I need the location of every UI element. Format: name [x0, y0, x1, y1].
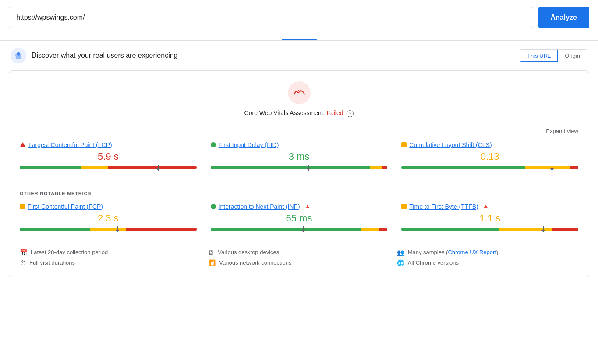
- lcp-value: 5.9 s: [20, 151, 197, 162]
- footer-info: 📅 Latest 28-day collection period ⏱ Full…: [20, 242, 578, 266]
- footer-row-duration: ⏱ Full visit durations: [20, 259, 201, 266]
- other-metrics-grid: First Contentful Paint (FCP) 2.3 s Inter…: [20, 203, 578, 231]
- metric-ttfb-label-row: Time to First Byte (TTFB) 🔺: [401, 203, 578, 210]
- inp-bar: [211, 228, 388, 231]
- metric-fcp-label-row: First Contentful Paint (FCP): [20, 203, 197, 210]
- metric-ttfb: Time to First Byte (TTFB) 🔺 1.1 s: [401, 203, 578, 231]
- url-origin-toggle: This URL Origin: [520, 49, 587, 62]
- this-url-toggle[interactable]: This URL: [520, 50, 558, 62]
- footer-network-text: Various network connections: [219, 259, 291, 266]
- ttfb-value: 1.1 s: [401, 213, 578, 224]
- fcp-square-icon: [20, 204, 25, 209]
- calendar-icon: 📅: [20, 249, 27, 256]
- ttfb-experimental-icon: 🔺: [482, 203, 489, 210]
- cwv-assessment-title: Core Web Vitals Assessment: Failed ?: [244, 109, 354, 117]
- cls-bar: [401, 166, 578, 169]
- core-metrics-grid: Largest Contentful Paint (LCP) 5.9 s Fir…: [20, 141, 578, 169]
- lcp-triangle-icon: [20, 142, 26, 147]
- footer-duration-text: Full visit durations: [29, 259, 75, 266]
- lcp-link[interactable]: Largest Contentful Paint (LCP): [28, 141, 112, 148]
- metrics-divider: [20, 180, 578, 180]
- svg-point-2: [15, 53, 18, 56]
- ttfb-bar: [401, 228, 578, 231]
- expand-view-row: Expand view: [20, 128, 578, 134]
- footer-row-collection: 📅 Latest 28-day collection period: [20, 249, 201, 256]
- url-input[interactable]: [9, 7, 533, 28]
- fid-circle-icon: [211, 142, 216, 147]
- inp-link[interactable]: Interaction to Next Paint (INP): [219, 203, 300, 210]
- top-bar: Analyze: [0, 0, 598, 35]
- metric-cls: Cumulative Layout Shift (CLS) 0.13: [401, 141, 578, 169]
- cwv-help-icon[interactable]: ?: [347, 110, 354, 117]
- main-card: Core Web Vitals Assessment: Failed ? Exp…: [9, 70, 589, 277]
- inp-experimental-icon: 🔺: [304, 203, 311, 210]
- footer-row-samples: 👥 Many samples (Chrome UX Report): [397, 249, 578, 256]
- footer-row-network: 📶 Various network connections: [208, 259, 389, 266]
- footer-chrome-text: All Chrome versions: [408, 259, 459, 266]
- fid-value: 3 ms: [211, 151, 388, 162]
- fid-link[interactable]: First Input Delay (FID): [219, 141, 279, 148]
- metric-inp-label-row: Interaction to Next Paint (INP) 🔺: [211, 203, 388, 210]
- section-title: Discover what your real users are experi…: [32, 52, 514, 60]
- svg-point-1: [16, 56, 21, 59]
- fcp-value: 2.3 s: [20, 213, 197, 224]
- metric-fcp: First Contentful Paint (FCP) 2.3 s: [20, 203, 197, 231]
- cls-square-icon: [401, 142, 407, 147]
- expand-view-link[interactable]: Expand view: [546, 128, 578, 134]
- footer-col2: 🖥 Various desktop devices 📶 Various netw…: [208, 249, 389, 266]
- tab-active-indicator: [282, 39, 317, 40]
- inp-value: 65 ms: [211, 213, 388, 224]
- footer-samples-text: Many samples (Chrome UX Report): [408, 249, 499, 256]
- footer-col3: 👥 Many samples (Chrome UX Report) 🌐 All …: [397, 249, 578, 266]
- inp-circle-icon: [211, 204, 216, 209]
- origin-toggle[interactable]: Origin: [558, 50, 587, 62]
- footer-devices-text: Various desktop devices: [218, 249, 279, 256]
- cwv-header: Core Web Vitals Assessment: Failed ?: [20, 81, 578, 117]
- timer-icon: ⏱: [20, 259, 26, 266]
- cwv-status-icon: [288, 81, 311, 104]
- ttfb-link[interactable]: Time to First Byte (TTFB): [409, 203, 478, 210]
- cwv-status-failed: Failed: [326, 109, 343, 116]
- footer-row-devices: 🖥 Various desktop devices: [208, 249, 389, 256]
- metric-lcp: Largest Contentful Paint (LCP) 5.9 s: [20, 141, 197, 169]
- tab-bar: [0, 35, 598, 41]
- desktop-icon: 🖥: [208, 249, 214, 256]
- users-icon: 👥: [397, 249, 404, 256]
- analyze-button[interactable]: Analyze: [538, 7, 589, 28]
- fid-bar: [211, 166, 388, 169]
- cls-value: 0.13: [401, 151, 578, 162]
- section-icon: [11, 48, 26, 63]
- metric-lcp-label-row: Largest Contentful Paint (LCP): [20, 141, 197, 148]
- ttfb-square-icon: [401, 204, 407, 209]
- network-icon: 📶: [208, 259, 216, 266]
- svg-point-3: [19, 53, 22, 56]
- lcp-bar: [20, 166, 197, 169]
- footer-col1: 📅 Latest 28-day collection period ⏱ Full…: [20, 249, 201, 266]
- footer-row-chrome: 🌐 All Chrome versions: [397, 259, 578, 266]
- metric-cls-label-row: Cumulative Layout Shift (CLS): [401, 141, 578, 148]
- metric-fid: First Input Delay (FID) 3 ms: [211, 141, 388, 169]
- metric-inp: Interaction to Next Paint (INP) 🔺 65 ms: [211, 203, 388, 231]
- metric-fid-label-row: First Input Delay (FID): [211, 141, 388, 148]
- other-metrics-label: OTHER NOTABLE METRICS: [20, 191, 578, 196]
- fcp-link[interactable]: First Contentful Paint (FCP): [28, 203, 103, 210]
- cls-link[interactable]: Cumulative Layout Shift (CLS): [409, 141, 492, 148]
- chrome-ux-report-link[interactable]: Chrome UX Report: [448, 249, 496, 256]
- footer-collection-text: Latest 28-day collection period: [31, 249, 108, 256]
- fcp-bar: [20, 228, 197, 231]
- svg-marker-4: [297, 90, 299, 91]
- chrome-icon: 🌐: [397, 259, 404, 266]
- section-header: Discover what your real users are experi…: [0, 41, 598, 70]
